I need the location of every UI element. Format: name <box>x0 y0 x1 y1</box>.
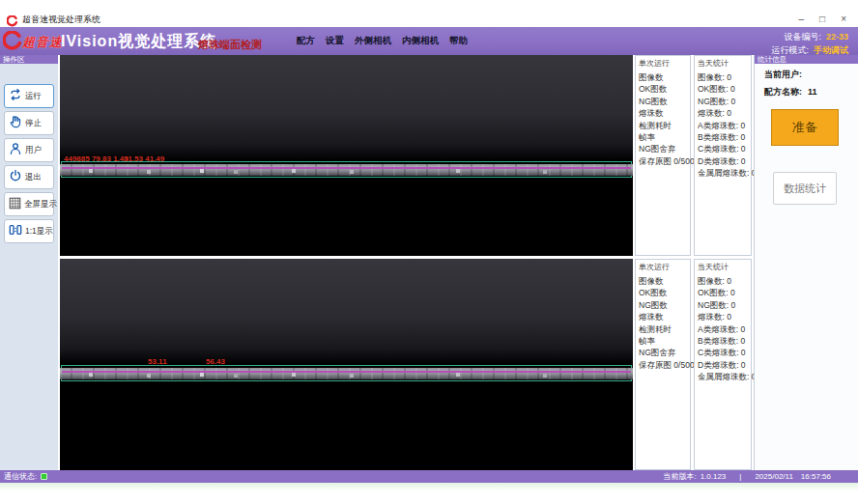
app-header: 超音速 IVision视觉处理系统 熔珠端面检测 配方设置外侧相机内侧相机帮助 … <box>0 27 858 55</box>
brand-logo-icon <box>3 31 23 55</box>
current-user-label: 当前用户: <box>764 70 802 79</box>
user-button-label: 用户 <box>25 145 42 156</box>
version-info: 当前版本:1.0.123|2025/02/1116:57:56 <box>663 470 831 483</box>
app-title: IVision视觉处理系统 <box>61 32 216 52</box>
prepare-button[interactable]: 准备 <box>771 109 839 146</box>
stat-row: B类熔珠数: 0 <box>695 335 751 347</box>
brand-name: 超音速 <box>22 34 63 51</box>
window-controls: – □ × <box>799 12 846 27</box>
statistics-info-panel: 统计信息 当前用户: 配方名称:11 准备 数据统计 <box>754 55 858 470</box>
strip-feature-marks <box>89 169 93 173</box>
stat-row: NG图数: 0 <box>695 299 751 311</box>
user-button[interactable]: 用户 <box>4 138 54 162</box>
statistics-info-title: 统计信息 <box>755 55 858 64</box>
camera-background <box>60 259 633 365</box>
recipe-name-value: 11 <box>808 87 817 97</box>
device-number-row: 设备编号:22-33 <box>771 29 848 42</box>
stat-row: B类熔珠数: 0 <box>695 131 751 143</box>
close-icon[interactable]: × <box>841 12 846 27</box>
stat-row: D类熔珠数: 0 <box>695 359 751 371</box>
outer-camera-stats: 单次运行 图像数OK图数NG图数熔珠数检测耗时帧率NG图舍弃保存原图 0/500… <box>635 55 752 256</box>
maximize-icon[interactable]: □ <box>819 12 825 27</box>
operation-sidebar-title: 操作区 <box>0 55 58 64</box>
run-mode-row: 运行模式:手动调试 <box>771 42 848 56</box>
menu-item[interactable]: 外侧相机 <box>355 35 391 47</box>
stat-row: 金属屑熔珠数: 0 <box>695 167 751 179</box>
run-button[interactable]: 运行 <box>4 84 54 108</box>
recipe-name-row: 配方名称:11 <box>764 86 858 98</box>
run-button-label: 运行 <box>25 91 42 102</box>
stat-row: 检测耗时 <box>636 323 690 335</box>
current-user-row: 当前用户: <box>764 69 858 81</box>
stat-row: 熔珠数: 0 <box>695 311 751 322</box>
daily-stats-title: 当天统计 <box>695 260 751 272</box>
measurement-annotation: 56.43 <box>206 357 225 366</box>
stat-row: 图像数 <box>636 275 690 287</box>
stat-row: 图像数: 0 <box>695 71 751 83</box>
daily-stats-panel: 当天统计 图像数: 0OK图数: 0NG图数: 0熔珠数: 0A类熔珠数: 0B… <box>694 55 752 256</box>
stat-row: 金属屑熔珠数: 0 <box>695 371 751 382</box>
stat-row: 熔珠数 <box>636 107 690 119</box>
user-icon <box>9 142 22 159</box>
fullscreen-grid-icon <box>9 196 21 213</box>
version-value: 1.0.123 <box>701 472 727 481</box>
window-title: 超音速视觉处理系统 <box>22 14 100 26</box>
version-label: 当前版本: <box>663 472 696 481</box>
stop-hand-icon <box>9 115 22 132</box>
stat-row: 熔珠数 <box>636 311 690 322</box>
fullscreen-button[interactable]: 全屏显示 <box>4 192 54 216</box>
one-to-one-button-label: 1:1显示 <box>25 226 53 238</box>
detection-centerline <box>62 371 631 373</box>
strip-feature-marks <box>89 373 93 377</box>
one-to-one-icon <box>9 223 22 240</box>
menu-item[interactable]: 设置 <box>326 35 344 47</box>
daily-stats-title: 当天统计 <box>695 56 751 69</box>
exit-button[interactable]: 退出 <box>4 165 54 189</box>
data-statistics-button[interactable]: 数据统计 <box>773 172 837 205</box>
stat-row: 图像数 <box>636 71 690 83</box>
inner-camera-view: 53.11 56.43 <box>60 259 633 470</box>
weld-strip-image <box>60 164 633 176</box>
separator: | <box>739 472 741 481</box>
minimize-icon[interactable]: – <box>799 12 805 27</box>
device-number-value: 22-33 <box>826 32 848 42</box>
menu-item[interactable]: 内侧相机 <box>402 35 439 47</box>
camera-background <box>60 55 633 161</box>
detection-centerline <box>62 167 631 169</box>
outer-camera-view: 449885 79.83 1.49 31.53 41.49 <box>60 55 633 256</box>
run-mode-value: 手动调试 <box>814 45 848 55</box>
stop-button[interactable]: 停止 <box>4 111 54 135</box>
os-titlebar: 超音速视觉处理系统 – □ × <box>0 12 858 27</box>
operation-buttons: 运行 停止 用户 退出 全屏显示 1:1显示 <box>0 64 58 243</box>
run-mode-label: 运行模式: <box>771 45 809 55</box>
desktop-background <box>0 483 858 504</box>
menu-item[interactable]: 配方 <box>297 35 315 47</box>
stat-row: C类熔珠数: 0 <box>695 143 751 154</box>
fullscreen-button-label: 全屏显示 <box>24 199 57 210</box>
app-subtitle: 熔珠端面检测 <box>198 38 262 52</box>
stat-row: 检测耗时 <box>636 120 690 131</box>
weld-strip-image <box>60 368 633 379</box>
measurement-annotation: 53.11 <box>148 357 167 366</box>
stat-row: 图像数: 0 <box>695 275 751 287</box>
stat-row: A类熔珠数: 0 <box>695 120 751 131</box>
stat-row: NG图舍弃 <box>636 143 690 154</box>
daily-stats-rows: 图像数: 0OK图数: 0NG图数: 0熔珠数: 0A类熔珠数: 0B类熔珠数:… <box>695 71 751 180</box>
status-date: 2025/02/11 <box>755 472 792 481</box>
single-run-panel: 单次运行 图像数OK图数NG图数熔珠数检测耗时帧率NG图舍弃保存原图 0/500 <box>635 55 691 256</box>
stat-row: NG图舍弃 <box>636 347 690 358</box>
stop-button-label: 停止 <box>25 118 42 129</box>
status-time: 16:57:56 <box>801 472 831 481</box>
stat-row: 保存原图 0/500 <box>636 155 690 167</box>
single-run-panel: 单次运行 图像数OK图数NG图数熔珠数检测耗时帧率NG图舍弃保存原图 0/500 <box>635 259 691 470</box>
one-to-one-button[interactable]: 1:1显示 <box>4 219 54 243</box>
stat-row: NG图数: 0 <box>695 96 751 107</box>
exit-button-label: 退出 <box>25 172 42 183</box>
stat-row: NG图数 <box>636 299 690 311</box>
comm-status-indicator <box>41 473 47 480</box>
single-run-rows: 图像数OK图数NG图数熔珠数检测耗时帧率NG图舍弃保存原图 0/500 <box>636 275 690 371</box>
measurement-annotation: 31.53 41.49 <box>124 154 164 163</box>
measurement-annotation: 449885 79.83 1.49 <box>64 154 129 163</box>
menu-item[interactable]: 帮助 <box>449 35 468 47</box>
menubar: 配方设置外侧相机内侧相机帮助 <box>297 27 468 55</box>
